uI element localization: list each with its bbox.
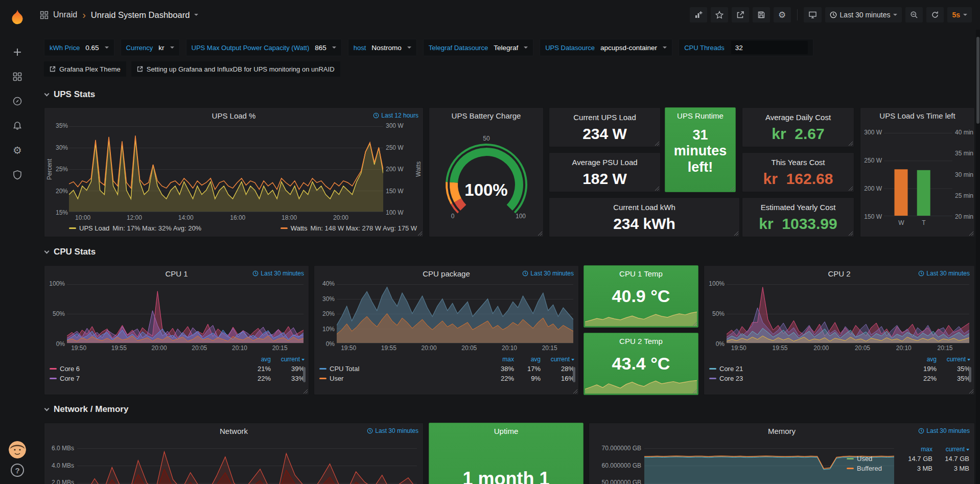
sidebar-item-configuration[interactable]: ⚙ xyxy=(0,138,35,163)
legend-item[interactable]: Core 23 xyxy=(709,375,908,382)
zoom-out-button[interactable] xyxy=(905,7,923,22)
variable-value[interactable]: 865 xyxy=(315,44,326,52)
variable-value[interactable]: Telegraf xyxy=(494,44,518,52)
dashboard-settings-button[interactable]: ⚙ xyxy=(774,7,791,22)
refresh-button[interactable] xyxy=(926,7,944,22)
legend-sort-avg[interactable]: avg xyxy=(242,356,271,363)
save-dashboard-button[interactable] xyxy=(753,7,770,22)
panel-title[interactable]: Average PSU Load xyxy=(549,158,660,167)
variable-host[interactable]: host Nostromo xyxy=(348,39,417,56)
ups-bar-chart[interactable] xyxy=(884,133,952,216)
cpu-package-chart[interactable] xyxy=(337,284,573,343)
panel-resize-handle[interactable] xyxy=(729,186,734,191)
legend-sort-current[interactable]: current xyxy=(271,356,305,363)
sidebar-item-server-admin[interactable] xyxy=(0,163,35,187)
ups-load-chart[interactable] xyxy=(69,126,383,212)
ups-bar-chart-svg xyxy=(884,133,952,216)
panel-title[interactable]: Network xyxy=(44,423,423,439)
stat-value: 182 W xyxy=(549,170,660,188)
legend-scrollbar[interactable] xyxy=(573,367,575,382)
caret-down-icon xyxy=(663,47,667,49)
link-grafana-plex-theme[interactable]: Grafana Plex Theme xyxy=(44,61,126,77)
legend-item[interactable]: Watts Min: 148 W Max: 278 W Avg: 175 W xyxy=(281,224,417,232)
variable-value[interactable]: kr xyxy=(158,44,164,52)
user-avatar[interactable] xyxy=(9,441,26,458)
panel-title[interactable]: CPU 1 Temp xyxy=(584,266,698,281)
legend-item[interactable]: Buffered xyxy=(847,465,901,472)
section-header-network-memory[interactable]: Network / Memory xyxy=(45,404,128,415)
variable-value[interactable]: apcupsd-container xyxy=(600,44,657,52)
panel-resize-handle[interactable] xyxy=(417,231,422,236)
y-axis-tick: 60.000000 GB xyxy=(591,462,641,469)
stat-value: 43.4 °C xyxy=(584,354,698,374)
breadcrumb-app[interactable]: Unraid xyxy=(53,10,77,19)
variable-ups-datasource[interactable]: UPS Datasource apcupsd-container xyxy=(540,39,672,56)
favorite-button[interactable] xyxy=(711,7,728,22)
panel-average-psu-load: Average PSU Load 182 W xyxy=(549,152,661,192)
legend-sort-avg[interactable]: avg xyxy=(908,356,937,363)
page-title[interactable]: Unraid System Dashboard xyxy=(91,10,190,20)
sidebar-item-create[interactable] xyxy=(0,40,35,64)
panel-time-range: Last 30 minutes xyxy=(252,270,304,277)
panel-title[interactable]: This Years Cost xyxy=(742,158,854,167)
legend-item[interactable]: CPU Total xyxy=(319,365,487,373)
legend-item[interactable]: Core 7 xyxy=(50,375,242,382)
panel-title[interactable]: Estimated Yearly Cost xyxy=(742,203,854,212)
panel-time-range: Last 30 minutes xyxy=(522,270,574,277)
panel-title[interactable]: Memory xyxy=(589,423,974,439)
variable-telegraf-datasource[interactable]: Telegraf Datasource Telegraf xyxy=(423,39,533,56)
title-caret-icon[interactable] xyxy=(194,14,198,16)
svg-text:0: 0 xyxy=(451,213,455,220)
legend-sort-current[interactable]: current xyxy=(541,356,574,363)
refresh-interval-picker[interactable]: 5s xyxy=(947,7,972,22)
legend-sort-current[interactable]: current xyxy=(937,356,970,363)
panel-resize-handle[interactable] xyxy=(968,231,973,236)
time-range-picker[interactable]: Last 30 minutes xyxy=(825,7,902,22)
link-ups-monitoring-guide[interactable]: Setting up Grafana and InfluxDB for UPS … xyxy=(131,61,340,77)
variable-kwh-price[interactable]: kWh Price 0.65 xyxy=(44,39,114,56)
legend-sort-current[interactable]: current xyxy=(932,446,969,453)
sidebar-item-explore[interactable] xyxy=(0,89,35,113)
legend-scrollbar[interactable] xyxy=(969,367,971,382)
section-header-cpu-stats[interactable]: CPU Stats xyxy=(45,246,96,258)
legend-item[interactable]: Core 6 xyxy=(50,365,242,373)
legend-item[interactable]: UPS Load Min: 17% Max: 32% Avg: 20% xyxy=(69,224,201,232)
legend-sort-avg[interactable]: avg xyxy=(514,356,541,363)
panel-resize-handle[interactable] xyxy=(537,231,542,236)
variable-value[interactable]: Nostromo xyxy=(371,44,402,52)
add-panel-button[interactable] xyxy=(690,7,707,22)
panel-title[interactable]: UPS Runtime xyxy=(665,108,735,123)
legend-sort-max[interactable]: max xyxy=(901,446,932,453)
cycle-view-button[interactable] xyxy=(804,7,822,22)
cpu-threads-input[interactable]: 32 xyxy=(731,41,808,54)
panel-title[interactable]: UPS Load vs Time left xyxy=(860,108,974,123)
legend-item[interactable]: Core 21 xyxy=(709,365,908,373)
legend-item[interactable]: Used xyxy=(847,455,901,463)
panel-title[interactable]: CPU 2 Temp xyxy=(584,333,698,349)
share-button[interactable] xyxy=(732,7,749,22)
panel-title[interactable]: Current Load kWh xyxy=(549,203,739,212)
panel-title[interactable]: Current UPS Load xyxy=(549,113,660,122)
sidebar-item-alerting[interactable] xyxy=(0,113,35,138)
legend-scrollbar[interactable] xyxy=(303,367,306,382)
grafana-logo[interactable] xyxy=(0,4,35,31)
panel-title[interactable]: Average Daily Cost xyxy=(742,113,854,122)
page-scrollbar-thumb[interactable] xyxy=(976,37,979,124)
section-header-ups-stats[interactable]: UPS Stats xyxy=(45,89,95,100)
help-icon[interactable]: ? xyxy=(11,464,24,477)
network-chart[interactable] xyxy=(77,440,417,484)
cpu1-chart[interactable] xyxy=(67,284,304,343)
variable-ups-max-output[interactable]: UPS Max Output Power Capacity (Watt) 865 xyxy=(186,39,342,56)
cpu2-chart[interactable] xyxy=(727,284,969,343)
sidebar-item-dashboards[interactable] xyxy=(0,64,35,89)
panel-title[interactable]: UPS Load % xyxy=(44,108,423,123)
caret-down-icon xyxy=(963,14,967,16)
legend-sort-max[interactable]: max xyxy=(487,356,514,363)
panel-title[interactable]: UPS Battery Charge xyxy=(429,108,543,123)
breadcrumb-separator: › xyxy=(82,10,86,20)
variable-currency[interactable]: Currency kr xyxy=(121,39,180,56)
legend-item[interactable]: User xyxy=(319,375,487,382)
page-scrollbar[interactable] xyxy=(976,30,980,484)
panel-title[interactable]: Uptime xyxy=(429,423,583,439)
variable-value[interactable]: 0.65 xyxy=(85,44,99,52)
